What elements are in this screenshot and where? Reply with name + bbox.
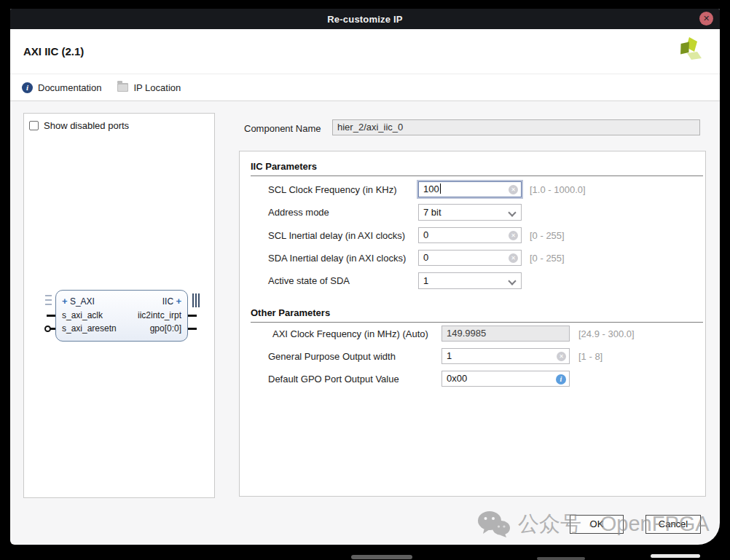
title-bar: Re-customize IP ✕ bbox=[10, 9, 720, 29]
clear-icon[interactable]: ✕ bbox=[509, 231, 518, 240]
scl-inertial-delay-label: SCL Inertial delay (in AXI clocks) bbox=[268, 230, 405, 241]
xilinx-logo-icon bbox=[675, 36, 707, 68]
interface-marker-icon bbox=[45, 295, 52, 296]
gpo-width-range: [1 - 8] bbox=[578, 351, 603, 362]
gpo-default-value: 0x00 bbox=[447, 373, 467, 384]
ports-preview-panel: Show disabled ports + S_AXI IIC bbox=[23, 113, 215, 498]
component-name-input[interactable]: hier_2/axi_iic_0 bbox=[332, 119, 700, 135]
pin-s-axi-aclk: s_axi_aclk bbox=[62, 310, 103, 320]
scl-clock-freq-value: 100 bbox=[423, 184, 439, 194]
section-divider bbox=[251, 176, 703, 176]
pin-stub bbox=[47, 315, 55, 317]
window-title: Re-customize IP bbox=[327, 14, 402, 25]
pin-stub bbox=[188, 315, 197, 317]
sda-inertial-delay-input[interactable]: 0 ✕ bbox=[418, 250, 522, 266]
interface-iic-label: IIC bbox=[162, 296, 173, 307]
ip-location-button[interactable]: IP Location bbox=[117, 82, 181, 93]
axi-clock-freq-value: 149.9985 bbox=[447, 328, 486, 339]
clear-icon[interactable]: ✕ bbox=[509, 185, 518, 194]
pin-gpo: gpo[0:0] bbox=[150, 323, 181, 334]
address-mode-select[interactable]: 7 bit bbox=[418, 204, 522, 221]
component-name-label: Component Name bbox=[244, 123, 321, 134]
gpo-width-value: 1 bbox=[447, 350, 452, 361]
axi-clock-freq-input: 149.9985 bbox=[441, 326, 570, 342]
show-disabled-ports-row[interactable]: Show disabled ports bbox=[29, 120, 129, 131]
interface-marker-icon bbox=[45, 299, 52, 301]
chevron-down-icon bbox=[509, 210, 515, 216]
dialog-header: AXI IIC (2.1) bbox=[10, 29, 720, 74]
pin-stub bbox=[188, 328, 197, 330]
interface-marker-icon bbox=[198, 293, 200, 307]
show-disabled-ports-checkbox[interactable] bbox=[29, 121, 39, 130]
other-parameters-heading: Other Parameters bbox=[251, 307, 330, 318]
scl-clock-freq-label: SCL Clock Frequency (in KHz) bbox=[268, 184, 397, 195]
ok-button[interactable]: OK bbox=[570, 515, 624, 534]
axi-clock-freq-label: AXI Clock Frequency (in MHz) (Auto) bbox=[272, 328, 428, 339]
parameters-panel: IIC Parameters SCL Clock Frequency (in K… bbox=[239, 151, 706, 497]
info-icon: i bbox=[22, 82, 33, 93]
show-disabled-ports-label: Show disabled ports bbox=[44, 120, 129, 131]
cancel-button[interactable]: Cancel bbox=[645, 515, 701, 534]
documentation-button[interactable]: i Documentation bbox=[22, 82, 101, 93]
documentation-label: Documentation bbox=[38, 82, 101, 93]
ip-block-diagram: + S_AXI IIC + s_axi_aclk iic2intc_irpt s… bbox=[55, 290, 188, 342]
scl-clock-freq-range: [1.0 - 1000.0] bbox=[530, 184, 586, 195]
gpo-default-value-input[interactable]: 0x00 i bbox=[441, 371, 570, 387]
sda-inertial-delay-value: 0 bbox=[423, 252, 428, 263]
gpo-default-value-label: Default GPO Port Output Value bbox=[268, 374, 399, 384]
chevron-down-icon bbox=[509, 278, 515, 284]
torn-edge-decoration bbox=[651, 554, 700, 558]
active-state-sda-label: Active state of SDA bbox=[268, 275, 350, 286]
section-divider bbox=[251, 322, 703, 323]
sda-inertial-delay-range: [0 - 255] bbox=[530, 253, 565, 264]
axi-clock-freq-range: [24.9 - 300.0] bbox=[578, 328, 635, 339]
active-state-sda-value: 1 bbox=[423, 275, 428, 286]
torn-edge-decoration bbox=[537, 557, 585, 560]
torn-edge-decoration bbox=[351, 555, 412, 559]
toolbar: i Documentation IP Location bbox=[10, 74, 720, 101]
address-mode-value: 7 bit bbox=[423, 207, 441, 218]
recustomize-ip-dialog: Re-customize IP ✕ AXI IIC (2.1) i Docume… bbox=[10, 9, 720, 545]
scl-inertial-delay-range: [0 - 255] bbox=[530, 230, 565, 241]
folder-icon bbox=[117, 83, 128, 92]
pin-stub bbox=[50, 328, 55, 330]
address-mode-label: Address mode bbox=[268, 207, 329, 218]
scl-inertial-delay-value: 0 bbox=[423, 229, 428, 240]
text-caret bbox=[440, 184, 441, 194]
info-icon[interactable]: i bbox=[556, 374, 566, 384]
interface-marker-icon bbox=[45, 304, 52, 305]
scl-clock-freq-input[interactable]: 100 ✕ bbox=[418, 181, 522, 197]
scl-inertial-delay-input[interactable]: 0 ✕ bbox=[418, 227, 522, 243]
interface-marker-icon bbox=[192, 293, 194, 307]
interface-iic[interactable]: IIC + bbox=[162, 296, 181, 307]
ip-title: AXI IIC (2.1) bbox=[23, 29, 84, 74]
gpo-width-input[interactable]: 1 ✕ bbox=[441, 348, 570, 364]
active-low-bubble-icon bbox=[44, 326, 51, 332]
sda-inertial-delay-label: SDA Inertial delay (in AXI clocks) bbox=[268, 253, 406, 264]
interface-s-axi[interactable]: + S_AXI bbox=[62, 296, 95, 307]
clear-icon[interactable]: ✕ bbox=[557, 352, 566, 361]
interface-s-axi-label: S_AXI bbox=[70, 296, 95, 307]
ip-location-label: IP Location bbox=[133, 82, 181, 93]
interface-marker-icon bbox=[195, 293, 197, 307]
expand-plus-icon[interactable]: + bbox=[62, 296, 68, 307]
pin-s-axi-aresetn: s_axi_aresetn bbox=[62, 323, 117, 334]
close-icon[interactable]: ✕ bbox=[699, 12, 713, 25]
active-state-sda-select[interactable]: 1 bbox=[418, 272, 522, 289]
expand-plus-icon[interactable]: + bbox=[176, 296, 181, 307]
iic-parameters-heading: IIC Parameters bbox=[251, 161, 317, 172]
gpo-width-label: General Purpose Output width bbox=[268, 351, 396, 362]
pin-iic2intc-irpt: iic2intc_irpt bbox=[138, 310, 181, 320]
clear-icon[interactable]: ✕ bbox=[509, 253, 518, 263]
